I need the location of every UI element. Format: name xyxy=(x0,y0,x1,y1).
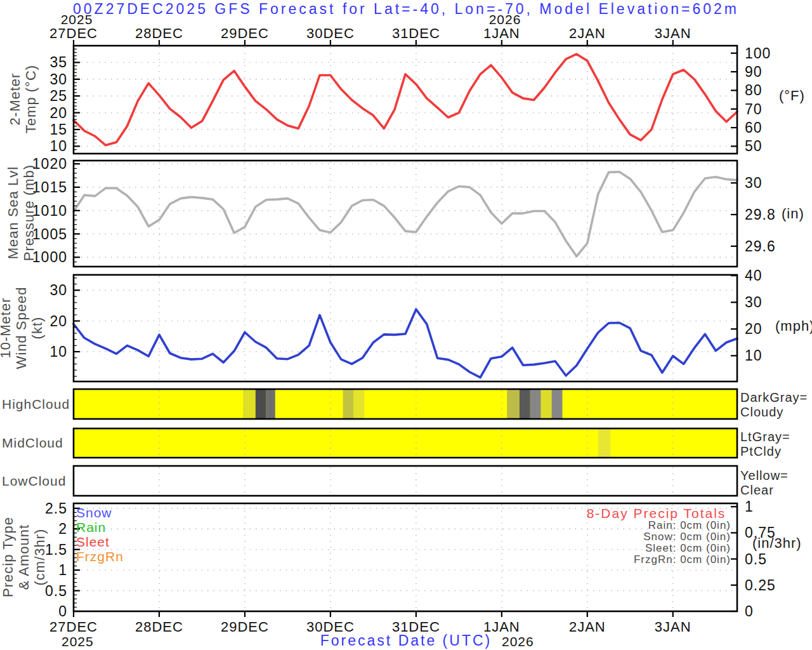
meteogram-page: 1015202530351009080706050100010051010101… xyxy=(0,0,812,650)
pressure-left-tick-label: 1000 xyxy=(32,249,67,265)
wind-right-unit-label: (mph) xyxy=(775,318,812,335)
pressure-right-tick-label: 29.8 xyxy=(745,206,776,223)
cloud-legend-clear-line1: Yellow= xyxy=(740,468,789,483)
midcloud-row-label: MidCloud xyxy=(2,435,63,451)
temp-left-tick-label: 10 xyxy=(49,138,67,154)
cloud-legend-cloudy-line1: DarkGray= xyxy=(740,390,808,405)
pressure-left-tick-label: 1020 xyxy=(32,156,67,172)
wind-left-tick-label: 10 xyxy=(49,343,67,360)
highcloud-segment-mostly-clear xyxy=(353,389,364,419)
highcloud-segment-mostly-clear xyxy=(541,389,552,419)
precip-legend-frzgrn: FrzgRn xyxy=(76,549,124,564)
midcloud-band xyxy=(74,428,737,458)
top-date-label-31DEC: 31DEC xyxy=(384,25,448,42)
precip-axis-label-line3: (cm/3hr) xyxy=(32,500,48,614)
temp-right-tick-label: 100 xyxy=(745,45,771,62)
page-title: 00Z27DEC2025 GFS Forecast for Lat=-40, L… xyxy=(0,1,812,18)
highcloud-segment-partly-cloudy xyxy=(552,389,563,419)
cloud-legend-ptcldy-line1: LtGray= xyxy=(740,430,790,444)
wind-right-tick-label: 40 xyxy=(745,267,763,284)
year-label-bottom-right: 2026 xyxy=(502,634,534,649)
highcloud-segment-partly-cloudy xyxy=(530,389,541,419)
temp-axis-label-line1: 2-Meter xyxy=(7,45,23,153)
wind-right-tick-label: 30 xyxy=(745,294,763,310)
precip-left-tick-label: 2.5 xyxy=(45,500,67,517)
pressure-axis-label-line2: Pressure (mb) xyxy=(21,151,37,274)
highcloud-segment-mostly-clear xyxy=(243,389,256,419)
top-date-label-1JAN: 1JAN xyxy=(470,25,534,42)
wind-axis-label-line1: 10-Meter xyxy=(0,271,13,385)
wind-series-line xyxy=(74,309,737,378)
wind-right-tick-label: 20 xyxy=(745,321,763,337)
wind-border xyxy=(74,275,737,381)
highcloud-segment-mostly-clear xyxy=(343,389,354,419)
temp-right-unit-label: (°F) xyxy=(779,88,805,104)
temp-right-tick-label: 70 xyxy=(745,101,763,117)
pressure-right-unit-label: (in) xyxy=(782,206,804,222)
lowcloud-row-label: LowCloud xyxy=(2,474,66,489)
precip-left-tick-label: 1 xyxy=(58,562,67,578)
pressure-right-tick-label: 29.6 xyxy=(745,238,776,255)
temp-right-tick-label: 60 xyxy=(745,119,763,136)
pressure-left-tick-label: 1015 xyxy=(32,179,67,196)
precip-total-row: Sleet: 0cm (0in) xyxy=(572,543,731,554)
highcloud-row-label: HighCloud xyxy=(2,397,70,412)
top-date-label-28DEC: 28DEC xyxy=(128,25,191,42)
midcloud-segment-mostly-clear xyxy=(598,428,611,458)
highcloud-segment-mostly-clear xyxy=(507,389,520,419)
top-date-label-29DEC: 29DEC xyxy=(213,25,277,42)
precip-right-unit-label: (in/3hr) xyxy=(752,535,802,552)
temp-series-line xyxy=(74,54,737,145)
precip-total-row: Rain: 0cm (0in) xyxy=(572,520,731,531)
pressure-left-tick-label: 1010 xyxy=(32,202,67,219)
cloud-legend-clear-line2: Clear xyxy=(740,483,789,498)
wind-axis-label-line2: Wind Speed xyxy=(13,271,29,385)
precip-type-legend: SnowRainSleetFrzgRn xyxy=(76,505,124,564)
pressure-axis-label-line1: Mean Sea Lvl xyxy=(5,151,21,274)
pressure-axis-label: Mean Sea Lvl Pressure (mb) xyxy=(5,151,37,274)
cloud-legend-cloudy-line2: Cloudy xyxy=(740,405,808,420)
lowcloud-band xyxy=(74,466,737,496)
cloud-legend-cloudy: DarkGray= Cloudy xyxy=(740,390,808,420)
wind-left-tick-label: 30 xyxy=(49,282,67,298)
pressure-border xyxy=(74,161,737,267)
precip-left-tick-label: 2 xyxy=(58,521,67,537)
precip-right-tick-label: 0 xyxy=(745,603,754,620)
top-date-label-3JAN: 3JAN xyxy=(641,25,705,42)
precip-right-tick-label: 1 xyxy=(745,498,754,515)
cloud-legend-clear: Yellow= Clear xyxy=(740,468,789,498)
precip-right-tick-label: 0.5 xyxy=(745,551,767,567)
temp-axis-label-line2: Temp (°C) xyxy=(23,45,39,153)
pressure-left-tick-label: 1005 xyxy=(32,226,67,242)
precip-left-tick-label: 0 xyxy=(58,603,67,620)
top-date-label-2JAN: 2JAN xyxy=(556,25,619,42)
precip-total-row: FrzgRn: 0cm (0in) xyxy=(572,554,731,566)
precip-right-tick-label: 0.25 xyxy=(745,577,776,594)
top-date-label-30DEC: 30DEC xyxy=(299,25,362,42)
highcloud-segment-partly-cloudy xyxy=(266,389,275,419)
precip-axis-label-line1: Precip Type xyxy=(0,500,16,614)
highcloud-segment-cloudy xyxy=(256,389,266,419)
wind-left-tick-label: 20 xyxy=(49,313,67,329)
cloud-legend-ptcldy-line2: PtCldy xyxy=(740,444,790,459)
temp-axis-label: 2-Meter Temp (°C) xyxy=(7,45,39,153)
temp-left-tick-label: 35 xyxy=(49,54,67,70)
highcloud-band xyxy=(74,389,737,419)
precip-axis-label-line2: & Amount xyxy=(16,500,32,614)
cloud-legend-ptcldy: LtGray= PtCldy xyxy=(740,430,790,459)
wind-right-tick-label: 10 xyxy=(745,347,763,364)
precip-left-tick-label: 0.5 xyxy=(45,583,67,599)
pressure-right-tick-label: 30 xyxy=(745,175,763,191)
temp-right-tick-label: 80 xyxy=(745,82,763,98)
highcloud-segment-cloudy xyxy=(520,389,530,419)
precip-legend-snow: Snow xyxy=(76,505,124,520)
precip-totals-rows: Rain: 0cm (0in)Snow: 0cm (0in)Sleet: 0cm… xyxy=(572,520,731,566)
temp-left-tick-label: 25 xyxy=(49,88,67,104)
top-date-label-27DEC: 27DEC xyxy=(42,25,105,42)
temp-left-tick-label: 15 xyxy=(49,121,67,138)
precip-total-row: Snow: 0cm (0in) xyxy=(572,531,731,543)
wind-axis-label-line3: (kt) xyxy=(29,271,45,385)
temp-left-tick-label: 20 xyxy=(49,105,67,121)
temp-right-tick-label: 90 xyxy=(745,63,763,80)
precip-legend-rain: Rain xyxy=(76,520,124,534)
